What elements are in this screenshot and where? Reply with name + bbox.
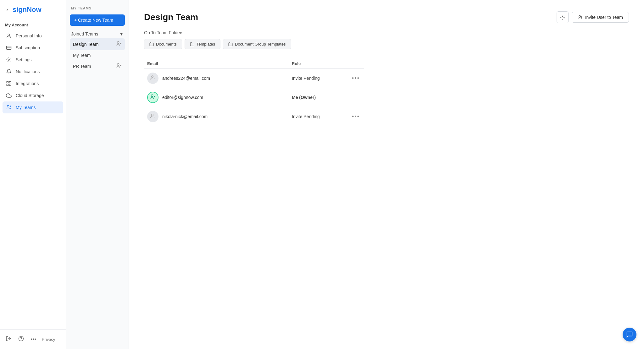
- logout-button[interactable]: [4, 335, 13, 344]
- sidebar-item-label-personal-info: Personal Info: [16, 33, 42, 38]
- sidebar-item-label-settings: Settings: [16, 57, 32, 62]
- sidebar-footer: ••• Privacy: [0, 329, 66, 349]
- team-manage-icon-pr: [116, 63, 122, 70]
- sidebar-item-notifications[interactable]: Notifications: [3, 66, 63, 78]
- member-email-2: editor@signnow.com: [162, 95, 203, 100]
- avatar-3: [147, 111, 158, 122]
- folder-tab-templates-label: Templates: [197, 42, 215, 46]
- member-email-3: nikola-nick@email.com: [162, 114, 208, 119]
- invite-user-button[interactable]: Invite User to Team: [572, 12, 629, 23]
- member-cell-3: nikola-nick@email.com: [144, 111, 289, 122]
- sidebar-section-title: My Account: [0, 18, 66, 30]
- team-item-pr-team[interactable]: PR Team: [70, 60, 125, 72]
- sidebar-item-label-cloud-storage: Cloud Storage: [16, 93, 44, 98]
- sidebar-item-cloud-storage[interactable]: Cloud Storage: [3, 90, 63, 101]
- go-to-label: Go To Team Folders:: [144, 30, 629, 35]
- team-label-pr-team: PR Team: [73, 64, 91, 69]
- folder-tab-templates[interactable]: Templates: [185, 39, 220, 49]
- folder-tab-document-group-templates[interactable]: Document Group Templates: [223, 39, 291, 49]
- sidebar-item-integrations[interactable]: Integrations: [3, 78, 63, 90]
- owner-user-icon: [150, 94, 156, 101]
- card-icon: [6, 45, 12, 51]
- person-icon: [6, 33, 12, 39]
- sidebar-item-label-my-teams: My Teams: [16, 105, 36, 110]
- bell-icon: [6, 68, 12, 75]
- member-cell-2: editor@signnow.com: [144, 92, 289, 103]
- sidebar-item-label-notifications: Notifications: [16, 69, 40, 74]
- settings-gear-icon: [6, 57, 12, 63]
- create-new-team-button[interactable]: + Create New Team: [70, 14, 125, 26]
- middle-panel: MY TEAMS + Create New Team Joined Teams …: [66, 0, 129, 349]
- team-item-design-team[interactable]: Design Team: [70, 38, 125, 50]
- templates-folder-icon: [190, 42, 194, 46]
- folder-tab-documents-label: Documents: [156, 42, 177, 46]
- svg-point-10: [19, 336, 24, 341]
- team-manage-icon-design: [116, 41, 122, 48]
- svg-rect-6: [7, 84, 8, 86]
- add-user-icon: [578, 15, 583, 20]
- documents-folder-icon: [149, 42, 154, 46]
- more-options-button[interactable]: •••: [30, 335, 37, 343]
- joined-teams-collapse-icon[interactable]: ▼: [119, 31, 124, 36]
- actions-cell-3: •••: [352, 112, 364, 121]
- svg-rect-1: [7, 46, 11, 50]
- logo: signNow: [13, 6, 42, 14]
- pending-user-icon-1: [150, 75, 156, 82]
- grid-icon: [6, 80, 12, 87]
- role-cell-1: Invite Pending: [289, 76, 352, 81]
- svg-rect-4: [7, 81, 8, 83]
- svg-point-15: [117, 63, 119, 65]
- main-content: Design Team Invite User to Team Go To Te…: [129, 0, 644, 349]
- sidebar-item-settings[interactable]: Settings: [3, 54, 63, 66]
- table-row: editor@signnow.com Me (Owner): [144, 88, 364, 107]
- avatar-1: [147, 73, 158, 84]
- members-table: Email Role andrees224@email.com Invite P…: [144, 59, 364, 126]
- sidebar-item-subscription[interactable]: Subscription: [3, 42, 63, 54]
- member-more-button-1[interactable]: •••: [350, 74, 362, 83]
- team-title: Design Team: [144, 12, 198, 22]
- svg-point-19: [579, 16, 580, 17]
- joined-teams-label: Joined Teams: [71, 31, 98, 36]
- svg-point-0: [8, 34, 10, 36]
- avatar-2: [147, 92, 158, 103]
- people-icon: [6, 104, 12, 111]
- team-settings-button[interactable]: [557, 11, 569, 23]
- help-button[interactable]: [17, 335, 25, 344]
- my-teams-section-label: MY TEAMS: [70, 6, 125, 10]
- sidebar-nav: Personal Info Subscription Settings Noti…: [0, 30, 66, 329]
- team-header: Design Team Invite User to Team: [144, 11, 629, 23]
- role-cell-2: Me (Owner): [289, 95, 352, 100]
- svg-rect-7: [9, 84, 11, 86]
- team-header-actions: Invite User to Team: [557, 11, 629, 23]
- sidebar-item-personal-info[interactable]: Personal Info: [3, 30, 63, 42]
- role-cell-3: Invite Pending: [289, 114, 352, 119]
- pending-user-icon-3: [150, 113, 156, 120]
- team-item-my-team[interactable]: My Team: [70, 50, 125, 60]
- svg-point-24: [151, 95, 153, 96]
- svg-point-12: [117, 41, 119, 43]
- team-label-my-team: My Team: [73, 53, 91, 58]
- actions-cell-1: •••: [352, 74, 364, 83]
- joined-teams-header: Joined Teams ▼: [70, 31, 125, 36]
- team-label-design-team: Design Team: [73, 42, 98, 47]
- sidebar-header: ‹ signNow: [0, 0, 66, 18]
- sidebar-item-my-teams[interactable]: My Teams: [3, 101, 63, 113]
- sidebar: ‹ signNow My Account Personal Info Subsc…: [0, 0, 66, 349]
- folder-tab-doc-group-label: Document Group Templates: [235, 42, 286, 46]
- cloud-icon: [6, 92, 12, 99]
- back-button[interactable]: ‹: [5, 6, 9, 14]
- svg-point-22: [152, 76, 153, 78]
- svg-point-8: [7, 105, 9, 107]
- chat-fab-button[interactable]: [623, 328, 636, 341]
- svg-point-27: [152, 114, 153, 116]
- member-more-button-3[interactable]: •••: [350, 112, 362, 121]
- table-header: Email Role: [144, 59, 364, 69]
- privacy-link[interactable]: Privacy: [42, 337, 55, 342]
- svg-rect-5: [9, 81, 11, 83]
- table-row: nikola-nick@email.com Invite Pending •••: [144, 107, 364, 126]
- chat-icon: [626, 331, 633, 338]
- svg-point-18: [562, 17, 563, 18]
- folder-tab-documents[interactable]: Documents: [144, 39, 182, 49]
- sidebar-item-label-integrations: Integrations: [16, 81, 39, 86]
- role-col-header: Role: [289, 61, 352, 66]
